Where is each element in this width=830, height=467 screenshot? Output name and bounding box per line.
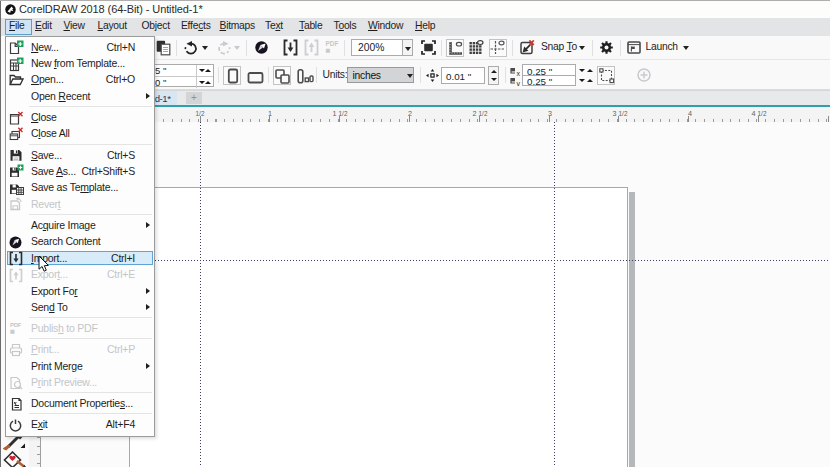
svg-text:y: y (516, 80, 520, 87)
svg-text:x: x (516, 69, 520, 76)
